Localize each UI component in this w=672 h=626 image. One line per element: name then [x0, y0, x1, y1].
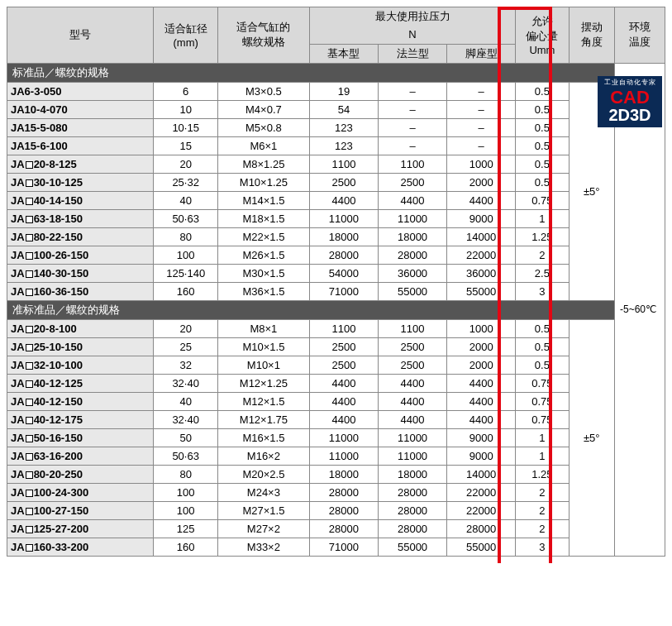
model-box-icon [26, 544, 33, 552]
table-row: JA25-10-15025M10×1.52500250020000.5 [7, 337, 665, 356]
flange-cell: 1100 [378, 155, 446, 173]
thread-cell: M8×1.25 [217, 155, 309, 173]
temp-cell: -5~60℃ [614, 63, 665, 556]
flange-cell: – [378, 136, 446, 155]
header-maxpress: 最大使用拉压力 [309, 7, 515, 26]
table-row: JA15-6-10015M6×1123––0.5 [7, 136, 665, 155]
bore-cell: 125 [154, 519, 218, 538]
flange-cell: 55000 [378, 282, 446, 300]
basic-cell: 11000 [309, 447, 378, 465]
thread-cell: M18×1.5 [217, 209, 309, 227]
thread-cell: M33×2 [217, 538, 309, 556]
ecc-cell: 2 [516, 246, 569, 264]
foot-cell: 55000 [447, 538, 516, 556]
thread-cell: M6×1 [217, 136, 309, 155]
basic-cell: 1100 [309, 319, 378, 337]
foot-cell: 4400 [447, 392, 516, 410]
thread-cell: M16×2 [217, 447, 309, 465]
model-cell: JA50-16-150 [7, 428, 154, 447]
header-flange: 法兰型 [378, 44, 446, 63]
basic-cell: 4400 [309, 191, 378, 209]
thread-cell: M10×1.25 [217, 173, 309, 191]
thread-cell: M36×1.5 [217, 282, 309, 300]
basic-cell: 28000 [309, 483, 378, 501]
model-box-icon [26, 234, 33, 241]
header-temp: 环境温度 [614, 7, 665, 64]
bore-cell: 6 [154, 82, 218, 100]
flange-cell: 2500 [378, 173, 446, 191]
model-cell: JA125-27-200 [7, 519, 154, 538]
ecc-cell: 0.5 [516, 337, 569, 356]
model-cell: JA40-12-125 [7, 374, 154, 392]
flange-cell: – [378, 118, 446, 136]
model-box-icon [26, 252, 33, 260]
model-cell: JA40-12-150 [7, 392, 154, 410]
foot-cell: 22000 [447, 483, 516, 501]
thread-cell: M20×2.5 [217, 465, 309, 483]
header-basic: 基本型 [309, 44, 378, 63]
table-row: JA20-8-12520M8×1.251100110010000.5 [7, 155, 665, 173]
table-row: JA15-5-08010·15M5×0.8123––0.5 [7, 118, 665, 136]
foot-cell: 55000 [447, 282, 516, 300]
header-angle: 摆动角度 [569, 7, 614, 64]
model-cell: JA10-4-070 [7, 100, 154, 118]
table-row: JA6-3-0506M3×0.519––0.5±5° [7, 82, 665, 100]
foot-cell: 4400 [447, 410, 516, 428]
thread-cell: M10×1.5 [217, 337, 309, 356]
bore-cell: 160 [154, 282, 218, 300]
table-row: JA160-33-200160M33×27100055000550003 [7, 538, 665, 556]
logo-overlay: 工业自动化专家 CAD 2D3D [598, 76, 662, 127]
ecc-cell: 0.75 [516, 410, 569, 428]
basic-cell: 2500 [309, 337, 378, 356]
model-box-icon [26, 380, 33, 388]
basic-cell: 123 [309, 118, 378, 136]
foot-cell: – [447, 136, 516, 155]
ecc-cell: 2 [516, 519, 569, 538]
model-box-icon [26, 490, 33, 497]
thread-cell: M27×2 [217, 519, 309, 538]
ecc-cell: 2.5 [516, 264, 569, 282]
model-cell: JA32-10-100 [7, 356, 154, 374]
flange-cell: 28000 [378, 519, 446, 538]
bore-cell: 80 [154, 465, 218, 483]
foot-cell: 4400 [447, 374, 516, 392]
ecc-cell: 0.5 [516, 155, 569, 173]
model-cell: JA100-24-300 [7, 483, 154, 501]
foot-cell: 1000 [447, 319, 516, 337]
thread-cell: M24×3 [217, 483, 309, 501]
model-box-icon [26, 216, 33, 223]
table-row: JA160-36-150160M36×1.57100055000550003 [7, 282, 665, 300]
model-cell: JA40-14-150 [7, 191, 154, 209]
model-box-icon [26, 161, 33, 169]
table-row: JA50-16-15050M16×1.5110001100090001 [7, 428, 665, 447]
basic-cell: 4400 [309, 392, 378, 410]
bore-cell: 160 [154, 538, 218, 556]
bore-cell: 25·32 [154, 173, 218, 191]
model-cell: JA30-10-125 [7, 173, 154, 191]
model-cell: JA140-30-150 [7, 264, 154, 282]
flange-cell: – [378, 100, 446, 118]
section-header: 标准品／螺纹的规格-5~60℃ [7, 63, 665, 82]
model-cell: JA20-8-125 [7, 155, 154, 173]
basic-cell: 54000 [309, 264, 378, 282]
table-row: JA40-12-17532·40M12×1.754400440044000.75 [7, 410, 665, 428]
basic-cell: 11000 [309, 209, 378, 227]
model-box-icon [26, 526, 33, 533]
ecc-cell: 3 [516, 538, 569, 556]
table-row: JA40-14-15040M14×1.54400440044000.75 [7, 191, 665, 209]
model-box-icon [26, 417, 33, 424]
header-maxpress-unit: N [309, 26, 515, 44]
flange-cell: 4400 [378, 392, 446, 410]
basic-cell: 18000 [309, 227, 378, 246]
ecc-cell: 0.5 [516, 118, 569, 136]
foot-cell: 2000 [447, 356, 516, 374]
model-cell: JA20-8-100 [7, 319, 154, 337]
thread-cell: M3×0.5 [217, 82, 309, 100]
section-title: 标准品／螺纹的规格 [7, 63, 615, 82]
basic-cell: 2500 [309, 173, 378, 191]
thread-cell: M16×1.5 [217, 428, 309, 447]
table-row: JA100-27-150100M27×1.52800028000220002 [7, 501, 665, 519]
thread-cell: M27×1.5 [217, 501, 309, 519]
model-cell: JA40-12-175 [7, 410, 154, 428]
header-thread: 适合气缸的螺纹规格 [217, 7, 309, 64]
